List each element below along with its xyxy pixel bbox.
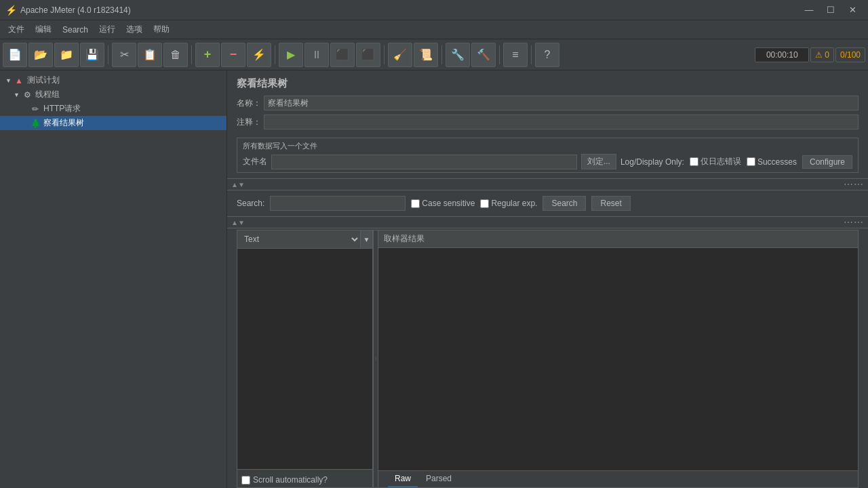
separator-6 xyxy=(499,45,500,64)
successes-checkbox-group: Successes xyxy=(747,157,797,167)
results-area: Text XML JSON HTML ▼ Scroll automaticall… xyxy=(237,230,859,488)
script-button[interactable]: 📜 xyxy=(414,43,438,67)
sidebar-label-results-tree: 察看结果树 xyxy=(43,117,84,129)
sidebar-label-thread-group: 线程组 xyxy=(35,89,60,100)
remote-stop-button[interactable]: ⬛ xyxy=(330,43,355,67)
separator-7 xyxy=(531,45,532,64)
sidebar-item-http-request[interactable]: ✏ HTTP请求 xyxy=(0,102,226,116)
minimize-button[interactable]: — xyxy=(799,1,819,20)
separator-3 xyxy=(275,45,275,64)
close-button[interactable]: ✕ xyxy=(842,1,863,20)
comment-label: 注释： xyxy=(237,117,264,128)
regexp-label: Regular exp. xyxy=(491,199,537,208)
sidebar-label-test-plan: 测试计划 xyxy=(27,75,60,86)
divider-arrows-1: ▲▼ xyxy=(231,181,245,188)
case-sensitive-group: Case sensitive xyxy=(411,199,475,208)
regexp-checkbox[interactable] xyxy=(480,199,489,208)
add-button[interactable]: + xyxy=(195,43,220,67)
name-section: 名称： 注释： xyxy=(227,96,868,138)
clear-button[interactable]: ⚡ xyxy=(247,43,271,67)
name-input[interactable] xyxy=(264,96,859,110)
menu-help[interactable]: 帮助 xyxy=(148,21,175,38)
tab-parsed[interactable]: Parsed xyxy=(419,471,458,487)
results-splitter[interactable]: ⁞ xyxy=(373,230,378,487)
copy-button[interactable]: 📋 xyxy=(138,43,162,67)
menu-edit[interactable]: 编辑 xyxy=(30,21,57,38)
open-button[interactable]: 📂 xyxy=(28,43,53,67)
browse-button[interactable]: 刘定... xyxy=(581,154,616,169)
menu-search[interactable]: Search xyxy=(57,22,94,37)
tab-raw[interactable]: Raw xyxy=(388,471,418,487)
format-dropdown[interactable]: Text XML JSON HTML xyxy=(237,231,360,247)
toolbar: 📄 📂 📁 💾 ✂ 📋 🗑 + − ⚡ ▶ ⏸ ⬛ ⬛ 🧹 📜 🔧 🔨 ≡ ? … xyxy=(0,39,868,70)
help-button[interactable]: ? xyxy=(535,43,559,67)
title-bar-controls: — ☐ ✕ xyxy=(799,1,863,20)
remote-stop-all-button[interactable]: ⬛ xyxy=(356,43,380,67)
sidebar: ▼ ▲ 测试计划 ▼ ⚙ 线程组 ✏ HTTP请求 🌲 察看结果树 xyxy=(0,70,227,488)
search-button[interactable]: Search xyxy=(542,196,586,211)
save-all-button[interactable]: 📁 xyxy=(54,43,79,67)
name-row: 名称： xyxy=(237,96,859,110)
error-display: 0/100 xyxy=(835,47,865,62)
results-tree-icon: 🌲 xyxy=(30,118,41,129)
new-button[interactable]: 📄 xyxy=(3,43,27,67)
remove-button[interactable]: − xyxy=(221,43,245,67)
scroll-checkbox-group: Scroll automatically? xyxy=(241,475,368,485)
scroll-label: Scroll automatically? xyxy=(253,475,328,485)
comment-row: 注释： xyxy=(237,115,859,129)
scroll-checkbox[interactable] xyxy=(241,476,250,485)
comment-input[interactable] xyxy=(264,115,859,129)
clear-all-button[interactable]: 🧹 xyxy=(388,43,412,67)
maximize-button[interactable]: ☐ xyxy=(821,1,841,20)
case-sensitive-label: Case sensitive xyxy=(422,199,475,208)
results-right-panel: 取样器结果 Raw Parsed xyxy=(378,230,858,487)
separator-5 xyxy=(441,45,442,64)
search-options: Case sensitive Regular exp. Search Reset xyxy=(411,196,630,211)
templates-button[interactable]: ≡ xyxy=(503,43,528,67)
results-left-panel: Text XML JSON HTML ▼ Scroll automaticall… xyxy=(237,230,373,487)
dropdown-arrow[interactable]: ▼ xyxy=(360,230,372,248)
content-area: 察看结果树 名称： 注释： 所有数据写入一个文件 文件名 刘定... xyxy=(227,70,868,488)
title-bar: ⚡ Apache JMeter (4.0 r1823414) — ☐ ✕ xyxy=(0,0,868,20)
log-display-label: Log/Display Only: xyxy=(620,157,684,167)
menu-options[interactable]: 选项 xyxy=(121,21,148,38)
results-right-content xyxy=(378,248,858,470)
tools-button[interactable]: 🔧 xyxy=(446,43,470,67)
timer-display: 00:00:10 xyxy=(755,47,809,62)
file-label: 文件名 xyxy=(243,156,267,167)
warning-icon: ⚠ xyxy=(815,50,823,60)
error-only-checkbox[interactable] xyxy=(690,157,698,166)
sidebar-item-thread-group[interactable]: ▼ ⚙ 线程组 xyxy=(0,87,226,102)
remote-tools-button[interactable]: 🔨 xyxy=(471,43,496,67)
divider-arrows-2: ▲▼ xyxy=(231,219,245,226)
menu-run[interactable]: 运行 xyxy=(94,21,121,38)
panel-title: 察看结果树 xyxy=(227,70,868,96)
reset-button[interactable]: Reset xyxy=(591,196,630,211)
delete-button[interactable]: 🗑 xyxy=(163,43,188,67)
tab-bar: Raw Parsed xyxy=(378,470,858,487)
error-only-label: 仅日志错误 xyxy=(701,156,741,167)
thread-group-icon: ⚙ xyxy=(22,89,33,100)
case-sensitive-checkbox[interactable] xyxy=(411,199,420,208)
divider-bar-2[interactable]: ▲▼ ⋯⋯ xyxy=(227,216,868,228)
sidebar-item-view-results-tree[interactable]: 🌲 察看结果树 xyxy=(0,116,226,130)
configure-button[interactable]: Configure xyxy=(802,155,852,169)
save-button[interactable]: 💾 xyxy=(80,43,104,67)
divider-dots-2: ⋯⋯ xyxy=(844,217,864,228)
file-group: 所有数据写入一个文件 文件名 刘定... Log/Display Only: 仅… xyxy=(237,138,859,173)
successes-checkbox[interactable] xyxy=(747,157,755,166)
log-options: Log/Display Only: 仅日志错误 Successes Config… xyxy=(620,155,852,169)
file-input[interactable] xyxy=(271,155,577,169)
search-bar: Search: Case sensitive Regular exp. Sear… xyxy=(227,192,868,215)
run-button[interactable]: ▶ xyxy=(279,43,303,67)
sidebar-item-test-plan[interactable]: ▼ ▲ 测试计划 xyxy=(0,73,226,87)
divider-bar-1[interactable]: ▲▼ ⋯⋯ xyxy=(227,178,868,190)
content-panel: 察看结果树 名称： 注释： 所有数据写入一个文件 文件名 刘定... xyxy=(227,70,868,488)
sidebar-label-http-request: HTTP请求 xyxy=(43,103,81,115)
search-input[interactable] xyxy=(270,196,406,211)
menu-file[interactable]: 文件 xyxy=(3,21,30,38)
cut-button[interactable]: ✂ xyxy=(112,43,136,67)
results-left-header: Text XML JSON HTML ▼ xyxy=(237,230,372,249)
stop-button[interactable]: ⏸ xyxy=(304,43,329,67)
name-label: 名称： xyxy=(237,98,264,109)
